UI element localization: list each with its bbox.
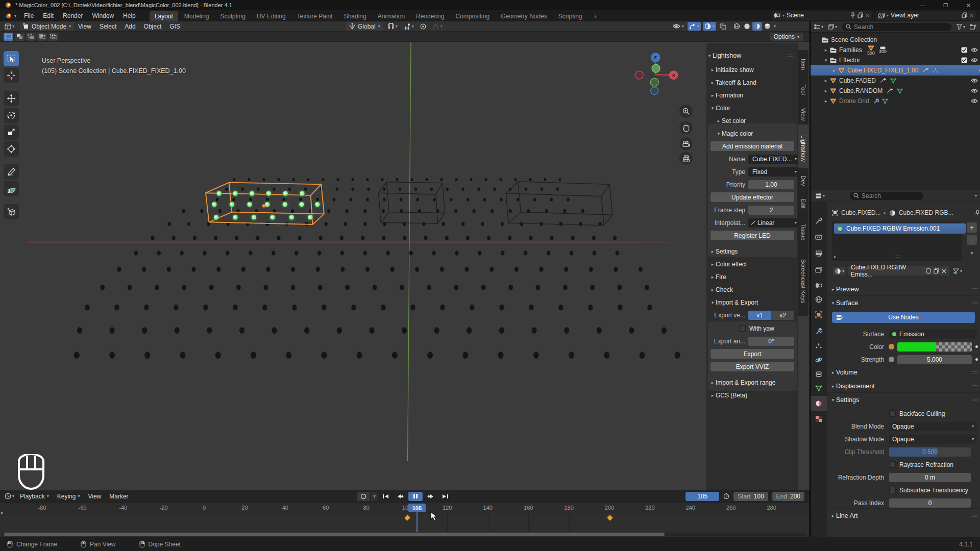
slider-export-an-[interactable]: 0°: [748, 337, 794, 346]
button-register-led[interactable]: Register LED: [710, 231, 794, 240]
socket-dot-orange[interactable]: [888, 343, 895, 350]
properties-tab-tool[interactable]: [811, 213, 827, 229]
app-menu-chevron[interactable]: ▾: [14, 14, 16, 18]
tool-annotate[interactable]: [4, 164, 19, 180]
sidebar-row-color[interactable]: ▾Color: [706, 102, 801, 114]
tool-rotate[interactable]: [4, 108, 19, 123]
viewport-menu-select[interactable]: Select: [95, 23, 120, 30]
menubar-item-help[interactable]: Help: [118, 10, 140, 21]
panel-header-settings[interactable]: ▾Settings∷∷: [827, 393, 980, 407]
material-slot-row[interactable]: Cube.FIXED RGBW Emission.001: [834, 223, 966, 234]
outliner-row-cube-fixed-fixed-1-00[interactable]: ▸Cube.FIXED_FIXED_1.00: [811, 65, 980, 76]
sidebar-row-export[interactable]: Export: [706, 347, 798, 360]
shading-wireframe-button[interactable]: [732, 22, 742, 31]
jump-to-end-button[interactable]: [439, 492, 451, 501]
sidebar-row-takeoff-land[interactable]: ▸Takeoff & Land: [706, 76, 801, 89]
properties-tab-physics[interactable]: [811, 352, 827, 367]
outliner-row-cube-faded[interactable]: ▸Cube.FADED: [811, 76, 980, 86]
timeline-menu-view[interactable]: View: [84, 493, 105, 500]
scene-selector[interactable]: ▾Scene: [772, 11, 872, 20]
sidebar-row-with-yaw[interactable]: With yaw: [706, 322, 798, 335]
keying-set-dropdown[interactable]: ▾: [371, 492, 378, 501]
menubar-item-render[interactable]: Render: [58, 10, 87, 21]
material-name-field[interactable]: Cube.FIXED RGBW Emiss...: [848, 266, 949, 276]
shading-material-button[interactable]: [752, 22, 762, 31]
slider-refraction-depth[interactable]: 0 m: [889, 473, 971, 482]
prev-keyframe-button[interactable]: [394, 492, 406, 501]
timeline-menu-keying[interactable]: Keying▾: [53, 493, 84, 500]
sidebar-row-type[interactable]: TypeFixed▾: [706, 165, 798, 178]
hide-viewport-eye-icon[interactable]: [971, 78, 978, 83]
new-collection-button[interactable]: [968, 22, 978, 31]
panel-header-displacement[interactable]: ▸Displacement∷∷: [827, 380, 980, 393]
panel-grip[interactable]: ∷∷: [972, 300, 979, 306]
workspace-tab-+[interactable]: +: [589, 11, 602, 21]
dropdown-shadow-mode[interactable]: Opaque▾: [889, 435, 977, 444]
sidebar-row-formation[interactable]: ▸Formation: [706, 89, 801, 102]
object-mode-dropdown[interactable]: Object Mode▾: [20, 22, 74, 31]
minimize-button[interactable]: —: [911, 0, 934, 10]
node-filter-button[interactable]: ▾: [951, 267, 964, 276]
snap-toggle[interactable]: ▾: [386, 22, 399, 31]
gizmos-toggle[interactable]: ▾: [688, 22, 701, 31]
sidebar-row-interpolat-[interactable]: Interpolat...Linear▾: [706, 216, 798, 229]
properties-editor-type[interactable]: ▾: [814, 191, 826, 200]
tool-transform[interactable]: [4, 141, 19, 157]
slot-add-button[interactable]: +: [967, 222, 977, 233]
segment-option-v1[interactable]: v1: [748, 311, 771, 320]
unlink-x-icon[interactable]: [942, 269, 946, 273]
properties-tab-texture[interactable]: [811, 411, 827, 427]
slot-remove-button[interactable]: −: [967, 235, 977, 245]
sidebar-row-initialize-show[interactable]: ▸Initialize show: [706, 63, 801, 76]
field-surface[interactable]: Emission: [889, 330, 977, 339]
menubar-item-edit[interactable]: Edit: [38, 10, 58, 21]
scene-selector-chevron[interactable]: ▾: [782, 13, 785, 18]
visibility-checkbox[interactable]: [961, 57, 967, 63]
hide-viewport-eye-icon[interactable]: [971, 47, 978, 53]
sidebar-row-color-effect[interactable]: ▸Color effect: [706, 258, 801, 270]
workspace-tab-scripting[interactable]: Scripting: [553, 11, 587, 21]
properties-tab-object[interactable]: [811, 307, 827, 322]
sidebar-tab-screencast-keys[interactable]: Screencast Keys: [798, 246, 808, 316]
animate-dot[interactable]: [975, 345, 978, 348]
properties-tab-output[interactable]: [811, 246, 827, 261]
start-frame-field[interactable]: Start100: [733, 492, 768, 501]
snap-target-dropdown[interactable]: ▾: [402, 22, 415, 31]
sidebar-row-magic-color[interactable]: ▾Magic color: [706, 127, 807, 140]
sidebar-row-update-effector[interactable]: Update effector: [706, 191, 798, 204]
segment-option-v2[interactable]: v2: [771, 311, 794, 320]
navigation-gizmo[interactable]: ZX: [635, 53, 678, 94]
dropdown-blend-mode[interactable]: Opaque▾: [889, 422, 977, 431]
shading-rendered-button[interactable]: [763, 22, 772, 31]
dropdown-type[interactable]: Fixed▾: [748, 167, 799, 177]
xray-toggle[interactable]: [718, 22, 728, 31]
properties-tab-constraints[interactable]: [811, 366, 827, 382]
slot-specials-button[interactable]: ▾: [967, 249, 977, 257]
select-mode-new[interactable]: [4, 33, 13, 41]
sidebar-row-export-vviz[interactable]: Export VVIZ: [706, 360, 798, 373]
panel-grip[interactable]: ∷∷: [972, 287, 979, 292]
nav-camera-view-button[interactable]: [679, 137, 693, 151]
slider-strength[interactable]: 5.000: [897, 355, 972, 364]
dropdown-interpolat-[interactable]: Linear▾: [748, 218, 799, 228]
viewport-menu-gis[interactable]: GIS: [165, 23, 184, 30]
sidebar-tab-lightshow[interactable]: Lightshow: [798, 124, 808, 172]
menubar-item-file[interactable]: File: [19, 10, 38, 21]
properties-tab-particles[interactable]: [811, 338, 827, 353]
panel-grip[interactable]: ∷∷: [972, 513, 979, 518]
editor-type-button[interactable]: ▾: [3, 22, 16, 31]
visibility-dropdown[interactable]: ▾: [671, 22, 685, 31]
falloff-dropdown[interactable]: ▾: [431, 22, 444, 31]
timeline-expand-arrow[interactable]: ▸: [1, 510, 4, 515]
sidebar-row-lightshow[interactable]: ▾Lightshow∷∷: [706, 49, 798, 62]
sidebar-row-priority[interactable]: Priority1.00: [706, 178, 798, 191]
slot-grip[interactable]: ∷∷: [895, 254, 901, 259]
overlays-toggle[interactable]: ▾: [703, 22, 716, 31]
outliner-filter-button[interactable]: ▾: [955, 22, 967, 31]
properties-tab-modifiers[interactable]: [811, 323, 827, 339]
timeline-editor-type[interactable]: ▾: [3, 492, 16, 500]
workspace-tab-animation[interactable]: Animation: [373, 11, 410, 21]
outliner-row-cube-random[interactable]: ▸Cube.RANDOM: [811, 86, 980, 96]
dropdown-name[interactable]: Cube.FIXED...▾: [748, 155, 799, 164]
viewlayer-selector-chevron[interactable]: ▾: [887, 13, 889, 18]
